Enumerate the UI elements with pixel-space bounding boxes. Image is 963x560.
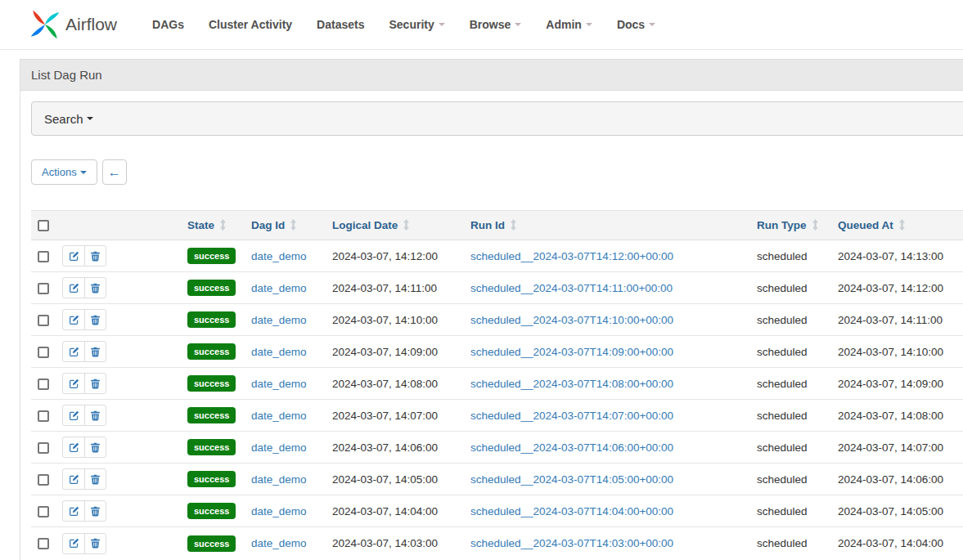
actions-button[interactable]: Actions xyxy=(31,159,97,185)
dag-id-link[interactable]: date_demo xyxy=(251,473,307,486)
run-id-link[interactable]: scheduled__2024-03-07T14:03:00+00:00 xyxy=(470,537,673,549)
sort-icon xyxy=(403,219,410,231)
run-id-link[interactable]: scheduled__2024-03-07T14:11:00+00:00 xyxy=(470,282,673,294)
nav-item-dags[interactable]: DAGs xyxy=(140,10,196,39)
back-button[interactable]: ← xyxy=(102,159,127,185)
trash-icon xyxy=(90,315,101,325)
run-id-link[interactable]: scheduled__2024-03-07T14:05:00+00:00 xyxy=(470,473,673,486)
delete-record-button[interactable] xyxy=(84,310,106,329)
row-checkbox[interactable] xyxy=(38,315,49,326)
delete-record-button[interactable] xyxy=(84,342,106,361)
sort-icon xyxy=(812,219,819,231)
dag-id-link[interactable]: date_demo xyxy=(251,410,307,422)
edit-record-button[interactable] xyxy=(63,278,84,298)
edit-record-button[interactable] xyxy=(63,501,84,521)
search-toggle[interactable]: Search xyxy=(31,101,963,136)
logical-date-value: 2024-03-07, 14:03:00 xyxy=(332,537,438,549)
trash-icon xyxy=(90,474,101,485)
delete-record-button[interactable] xyxy=(84,501,106,521)
logical-date-value: 2024-03-07, 14:07:00 xyxy=(332,410,438,422)
nav-item-cluster-activity[interactable]: Cluster Activity xyxy=(196,10,304,39)
status-badge: success xyxy=(187,375,236,392)
dag-id-link[interactable]: date_demo xyxy=(251,282,307,294)
delete-record-button[interactable] xyxy=(84,278,106,298)
queued-at-value: 2024-03-07, 14:12:00 xyxy=(838,282,943,294)
edit-record-button[interactable] xyxy=(63,374,84,393)
delete-record-button[interactable] xyxy=(84,246,106,266)
delete-record-button[interactable] xyxy=(84,374,106,393)
nav-item-datasets[interactable]: Datasets xyxy=(304,10,376,39)
column-header-state[interactable]: State xyxy=(181,211,245,240)
column-header-queued-at[interactable]: Queued At xyxy=(831,211,963,240)
airflow-brand[interactable]: Airflow xyxy=(28,7,117,42)
edit-record-button[interactable] xyxy=(63,534,84,553)
row-checkbox[interactable] xyxy=(38,410,49,422)
column-header-dag-id[interactable]: Dag Id xyxy=(245,211,326,240)
edit-icon xyxy=(69,379,79,389)
row-checkbox[interactable] xyxy=(38,442,49,454)
row-checkbox[interactable] xyxy=(38,251,49,262)
actions-toolbar: Actions ← xyxy=(31,159,963,185)
column-header-run-id[interactable]: Run Id xyxy=(464,211,750,240)
delete-record-button[interactable] xyxy=(84,534,106,553)
trash-icon xyxy=(90,283,101,293)
edit-record-button[interactable] xyxy=(63,342,84,361)
run-type-value: scheduled xyxy=(757,282,808,294)
edit-icon xyxy=(69,283,79,293)
dag-id-link[interactable]: date_demo xyxy=(251,378,307,390)
dag-id-link[interactable]: date_demo xyxy=(251,537,307,549)
delete-record-button[interactable] xyxy=(84,405,106,425)
select-all-checkbox[interactable] xyxy=(38,220,49,231)
row-actions-header xyxy=(56,211,181,240)
dag-id-link[interactable]: date_demo xyxy=(251,441,307,454)
delete-record-button[interactable] xyxy=(84,437,106,457)
table-row: success date_demo 2024-03-07, 14:03:00 s… xyxy=(31,527,963,559)
column-header-run-type[interactable]: Run Type xyxy=(750,211,831,240)
panel-body: Search Actions ← State Dag I xyxy=(20,91,963,560)
edit-record-button[interactable] xyxy=(63,246,84,266)
queued-at-value: 2024-03-07, 14:04:00 xyxy=(838,537,943,549)
run-id-link[interactable]: scheduled__2024-03-07T14:09:00+00:00 xyxy=(470,346,673,358)
table-row: success date_demo 2024-03-07, 14:08:00 s… xyxy=(31,368,963,400)
dag-id-link[interactable]: date_demo xyxy=(251,314,307,326)
nav-item-docs[interactable]: Docs xyxy=(605,10,668,39)
chevron-down-icon xyxy=(80,171,87,174)
status-badge: success xyxy=(187,248,236,264)
row-checkbox[interactable] xyxy=(38,506,49,517)
status-badge: success xyxy=(187,280,236,296)
run-type-value: scheduled xyxy=(757,410,808,422)
dag-id-link[interactable]: date_demo xyxy=(251,346,307,358)
row-actions xyxy=(62,500,106,522)
run-type-value: scheduled xyxy=(757,250,808,262)
edit-record-button[interactable] xyxy=(63,405,84,425)
row-checkbox[interactable] xyxy=(38,379,49,390)
trash-icon xyxy=(90,442,101,453)
nav-item-browse[interactable]: Browse xyxy=(457,10,534,39)
row-checkbox[interactable] xyxy=(38,283,49,294)
sort-icon xyxy=(898,219,906,231)
queued-at-value: 2024-03-07, 14:07:00 xyxy=(838,441,943,454)
run-id-link[interactable]: scheduled__2024-03-07T14:10:00+00:00 xyxy=(470,314,673,326)
nav-item-security[interactable]: Security xyxy=(376,10,457,39)
delete-record-button[interactable] xyxy=(84,469,106,489)
search-label: Search xyxy=(44,112,83,126)
edit-icon xyxy=(69,442,79,453)
column-header-logical-date[interactable]: Logical Date xyxy=(326,211,464,240)
status-badge: success xyxy=(187,503,236,519)
edit-record-button[interactable] xyxy=(63,310,84,329)
run-id-link[interactable]: scheduled__2024-03-07T14:04:00+00:00 xyxy=(470,505,673,517)
nav-item-admin[interactable]: Admin xyxy=(533,10,605,39)
run-id-link[interactable]: scheduled__2024-03-07T14:06:00+00:00 xyxy=(470,441,673,454)
table-row: success date_demo 2024-03-07, 14:10:00 s… xyxy=(31,304,963,336)
dag-id-link[interactable]: date_demo xyxy=(251,505,307,517)
row-checkbox[interactable] xyxy=(38,538,49,549)
edit-record-button[interactable] xyxy=(63,469,84,489)
edit-record-button[interactable] xyxy=(63,437,84,457)
run-id-link[interactable]: scheduled__2024-03-07T14:12:00+00:00 xyxy=(470,250,673,262)
dag-id-link[interactable]: date_demo xyxy=(251,250,307,262)
run-id-link[interactable]: scheduled__2024-03-07T14:08:00+00:00 xyxy=(470,378,673,390)
row-checkbox[interactable] xyxy=(38,347,49,358)
run-id-link[interactable]: scheduled__2024-03-07T14:07:00+00:00 xyxy=(470,410,673,422)
row-checkbox[interactable] xyxy=(38,474,49,486)
chevron-down-icon xyxy=(87,117,93,120)
